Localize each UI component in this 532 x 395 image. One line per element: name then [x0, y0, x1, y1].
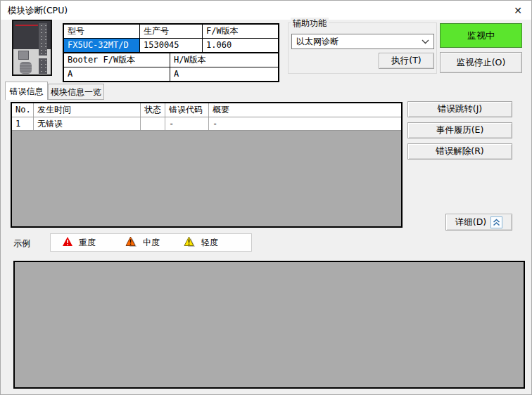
fw-value-cell[interactable]: 1.060	[203, 39, 278, 52]
legend-item-minor: 轻度	[184, 236, 218, 250]
chevron-down-icon	[422, 37, 429, 46]
module-image-connector	[39, 58, 47, 74]
minor-warning-icon	[184, 236, 196, 250]
module-diagnostics-dialog: 模块诊断(CPU) ✕ 型号 生产号 F/W版本 FX5UC-32MT/D 15…	[0, 0, 532, 395]
table-row[interactable]: 1 无错误 - -	[12, 117, 401, 131]
module-info-table: 型号 生产号 F/W版本 FX5UC-32MT/D 1530045 1.060 …	[63, 23, 279, 82]
col-header-no: No.	[12, 103, 34, 117]
serial-value-cell[interactable]: 1530045	[140, 39, 202, 52]
tab-module-info-list[interactable]: 模块信息一览	[48, 84, 104, 100]
execute-button[interactable]: 执行(T)	[379, 53, 434, 69]
legend-item-severe: 重度	[62, 236, 96, 249]
tab-error-info[interactable]: 错误信息	[5, 82, 48, 100]
col-header-fw: F/W版本	[203, 25, 278, 38]
hw-value-cell[interactable]: A	[170, 67, 278, 81]
error-list: No. 发生时间 状态 错误代码 概要 1 无错误 - -	[11, 102, 403, 228]
monitoring-status-button[interactable]: 监视中	[440, 23, 522, 48]
model-value-cell[interactable]: FX5UC-32MT/D	[64, 39, 139, 52]
module-image-port	[18, 51, 29, 60]
col-header-summary: 概要	[209, 103, 401, 117]
booter-value-cell[interactable]: A	[64, 67, 170, 81]
error-list-header: No. 发生时间 状态 错误代码 概要	[12, 103, 401, 117]
legend-item-label: 轻度	[201, 237, 218, 249]
detail-button[interactable]: 详细(D)	[445, 214, 512, 231]
aux-function-dropdown[interactable]: 以太网诊断	[291, 34, 434, 49]
legend-title: 示例	[13, 238, 30, 250]
error-jump-button[interactable]: 错误跳转(J)	[407, 101, 512, 117]
cell-no: 1	[12, 117, 34, 130]
page-title: 模块诊断(CPU)	[8, 5, 68, 17]
error-clear-button[interactable]: 错误解除(R)	[407, 143, 512, 160]
legend-item-label: 重度	[79, 237, 96, 249]
col-header-serial: 生产号	[140, 25, 202, 38]
aux-function-label: 辅助功能	[291, 18, 329, 30]
legend-box: 重度 中度 轻度	[50, 233, 252, 252]
chevron-double-up-icon	[490, 216, 502, 228]
aux-function-selected-value: 以太网诊断	[296, 36, 422, 48]
cell-status	[141, 117, 165, 130]
titlebar: 模块诊断(CPU) ✕	[1, 1, 531, 20]
cell-occurrence-time: 无错误	[34, 117, 141, 130]
monitor-stop-button[interactable]: 监视停止(O)	[440, 52, 522, 73]
event-history-button[interactable]: 事件履历(E)	[407, 122, 512, 138]
cell-error-code: -	[165, 117, 209, 130]
close-icon[interactable]: ✕	[510, 3, 526, 18]
col-header-booter: Booter F/W版本	[64, 53, 170, 67]
legend-item-moderate: 中度	[125, 236, 160, 250]
detail-button-label: 详细(D)	[455, 216, 486, 228]
module-image-stripe	[15, 25, 38, 26]
module-image-terminal	[20, 62, 32, 74]
col-header-error-code: 错误代码	[165, 103, 209, 117]
cell-summary: -	[209, 117, 401, 130]
col-header-model: 型号	[64, 25, 139, 38]
module-image[interactable]	[12, 20, 52, 76]
col-header-occurrence-time: 发生时间	[34, 103, 141, 117]
detail-panel	[13, 261, 525, 389]
col-header-status: 状态	[141, 103, 165, 117]
legend-item-label: 中度	[143, 237, 160, 249]
col-header-hw: H/W版本	[170, 53, 278, 67]
severe-warning-icon	[62, 236, 73, 249]
moderate-warning-icon	[125, 236, 137, 250]
module-image-connector	[39, 23, 47, 56]
